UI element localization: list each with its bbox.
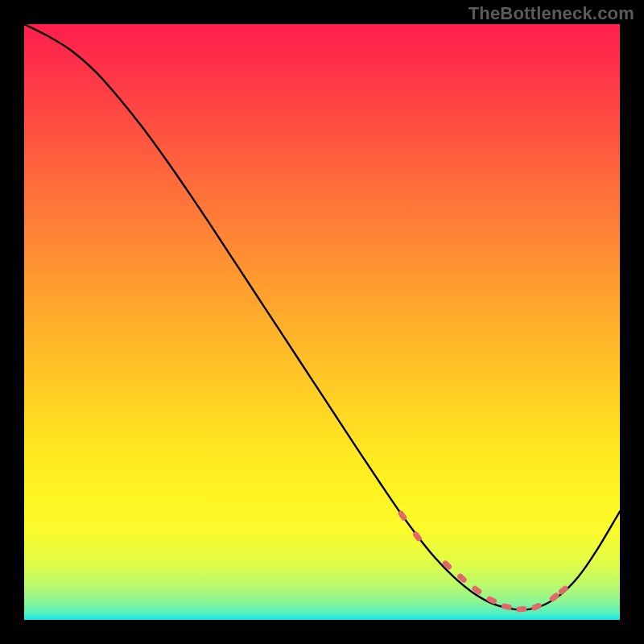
highlight-dot bbox=[471, 584, 483, 595]
curve-svg bbox=[24, 24, 620, 620]
highlight-dot bbox=[530, 602, 543, 611]
watermark-text: TheBottleneck.com bbox=[469, 3, 634, 24]
highlight-dots bbox=[397, 510, 569, 612]
highlight-dot bbox=[557, 584, 569, 596]
chart-frame: TheBottleneck.com bbox=[0, 0, 644, 644]
plot-area bbox=[24, 24, 620, 620]
highlight-dot bbox=[516, 606, 526, 613]
highlight-dot bbox=[441, 559, 452, 571]
bottleneck-curve bbox=[24, 24, 620, 610]
highlight-dot bbox=[501, 603, 512, 611]
